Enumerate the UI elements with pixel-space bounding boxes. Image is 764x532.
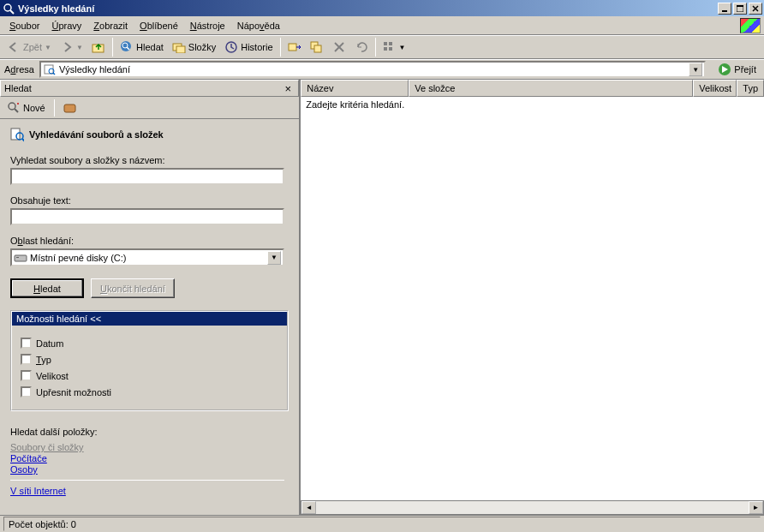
- search-heading-row: Vyhledávání souborů a složek: [10, 128, 289, 141]
- svg-rect-20: [389, 42, 392, 45]
- search-label: Hledat: [136, 42, 164, 52]
- search-button[interactable]: Hledat: [116, 38, 168, 57]
- window-controls: [718, 3, 762, 15]
- svg-line-28: [15, 109, 18, 112]
- history-button[interactable]: Historie: [220, 38, 277, 57]
- menu-nastroje[interactable]: Nástroje: [184, 19, 231, 33]
- menu-soubor[interactable]: Soubor: [3, 19, 45, 33]
- svg-rect-16: [314, 45, 321, 52]
- scroll-right-button[interactable]: ►: [749, 501, 763, 514]
- lookin-select[interactable]: Místní pevné disky (C:) ▼: [10, 248, 284, 266]
- search-now-button[interactable]: Hledat: [10, 278, 84, 298]
- stop-search-button[interactable]: Ukončit hledání: [91, 278, 175, 298]
- windows-flag-icon: [740, 18, 761, 33]
- results-empty-message: Zadejte kritéria hledání.: [306, 99, 759, 110]
- option-size-row: Velikost: [21, 370, 278, 381]
- option-type-row: Typ: [21, 354, 278, 365]
- link-computers[interactable]: Počítače: [10, 453, 289, 463]
- new-search-button[interactable]: Nové: [3, 99, 49, 117]
- type-checkbox[interactable]: [21, 354, 32, 365]
- search-pane-header: Hledat ×: [0, 80, 299, 97]
- undo-button[interactable]: [350, 38, 373, 57]
- svg-rect-33: [15, 255, 27, 261]
- menu-zobrazit[interactable]: Zobrazit: [87, 19, 134, 33]
- search-body: Vyhledávání souborů a složek Vyhledat so…: [0, 119, 299, 515]
- size-label: Velikost: [36, 371, 69, 381]
- search-icon: [120, 40, 134, 54]
- address-dropdown-button[interactable]: ▼: [689, 63, 702, 76]
- help-icon: [63, 101, 77, 115]
- date-label: Datum: [36, 338, 63, 349]
- svg-rect-19: [384, 42, 387, 45]
- menu-label: ěda: [265, 21, 280, 31]
- menu-bar: Soubor Úpravy Zobrazit Oblíbené Nástroje…: [0, 16, 764, 35]
- search-heading: Vyhledávání souborů a složek: [29, 129, 164, 140]
- svg-point-27: [9, 103, 15, 110]
- forward-button[interactable]: ▼: [56, 38, 87, 57]
- main-area: Hledat × Nové Vyhledávání souborů a slož…: [0, 80, 764, 515]
- close-button[interactable]: [749, 3, 762, 15]
- contains-field-label: Obsahuje text:: [10, 195, 289, 206]
- address-text: Výsledky hledání: [59, 64, 689, 75]
- back-button[interactable]: Zpět ▼: [3, 38, 56, 57]
- column-folder[interactable]: Ve složce: [409, 80, 693, 97]
- lookin-value: Místní pevné disky (C:): [30, 253, 267, 263]
- column-type[interactable]: Typ: [737, 80, 764, 97]
- results-pane: Název Ve složce Velikost Typ Zadejte kri…: [301, 80, 764, 515]
- search-files-icon: [10, 128, 24, 141]
- link-files-folders[interactable]: Soubory či složky: [10, 442, 289, 452]
- separator: [10, 480, 284, 481]
- search-pane-close-button[interactable]: ×: [281, 82, 295, 94]
- size-checkbox[interactable]: [21, 370, 32, 381]
- scroll-left-button[interactable]: ◄: [301, 501, 316, 514]
- column-size[interactable]: Velikost: [693, 80, 737, 97]
- new-search-icon: [7, 101, 21, 115]
- svg-line-25: [53, 73, 55, 75]
- select-dropdown-button[interactable]: ▼: [267, 251, 281, 265]
- svg-rect-4: [737, 5, 743, 7]
- move-to-button[interactable]: [284, 38, 306, 57]
- back-arrow-icon: [7, 40, 21, 54]
- address-input[interactable]: Výsledky hledání ▼: [39, 61, 706, 78]
- scroll-track[interactable]: [316, 501, 749, 514]
- minimize-button[interactable]: [718, 3, 731, 15]
- chevron-down-icon: ▼: [399, 44, 406, 51]
- go-button[interactable]: Přejít: [713, 60, 761, 79]
- go-icon: [718, 63, 731, 76]
- folders-button[interactable]: Složky: [168, 38, 220, 57]
- menu-napoveda[interactable]: Nápověda: [231, 19, 286, 33]
- chevron-down-icon: ▼: [76, 44, 83, 51]
- option-date-row: Datum: [21, 338, 278, 349]
- svg-rect-30: [11, 129, 20, 140]
- up-button[interactable]: [87, 38, 110, 57]
- type-label: Typ: [36, 355, 51, 365]
- menu-oblibene[interactable]: Oblíbené: [134, 19, 184, 33]
- date-checkbox[interactable]: [21, 338, 32, 349]
- views-button[interactable]: ▼: [379, 38, 410, 57]
- horizontal-scrollbar[interactable]: ◄ ►: [301, 500, 764, 515]
- help-button[interactable]: [60, 99, 81, 117]
- toolbar: Zpět ▼ ▼ Hledat Složky Historie ▼: [0, 35, 764, 59]
- link-internet[interactable]: V síti Internet: [10, 486, 289, 496]
- copy-to-icon: [310, 40, 324, 54]
- maximize-button[interactable]: [733, 3, 747, 15]
- column-name[interactable]: Název: [301, 80, 409, 97]
- menu-label: ástroje: [197, 21, 225, 31]
- title-bar: Výsledky hledání: [0, 0, 764, 16]
- folders-label: Složky: [188, 42, 216, 52]
- copy-to-button[interactable]: [306, 38, 328, 57]
- advanced-checkbox[interactable]: [21, 386, 32, 398]
- contains-input[interactable]: [10, 208, 284, 225]
- address-label: Adresa: [3, 64, 36, 75]
- svg-rect-34: [16, 257, 19, 258]
- results-body[interactable]: Zadejte kritéria hledání.: [301, 97, 764, 500]
- delete-button[interactable]: [328, 38, 350, 57]
- folder-up-icon: [92, 40, 105, 54]
- menu-upravy[interactable]: Úpravy: [45, 19, 87, 33]
- status-bar: Počet objektů: 0: [0, 515, 764, 532]
- status-text: Počet objektů: 0: [3, 517, 761, 531]
- link-people[interactable]: Osoby: [10, 464, 289, 475]
- search-options-header[interactable]: Možnosti hledání <<: [12, 312, 287, 326]
- svg-line-32: [22, 139, 24, 141]
- name-input[interactable]: [10, 168, 284, 185]
